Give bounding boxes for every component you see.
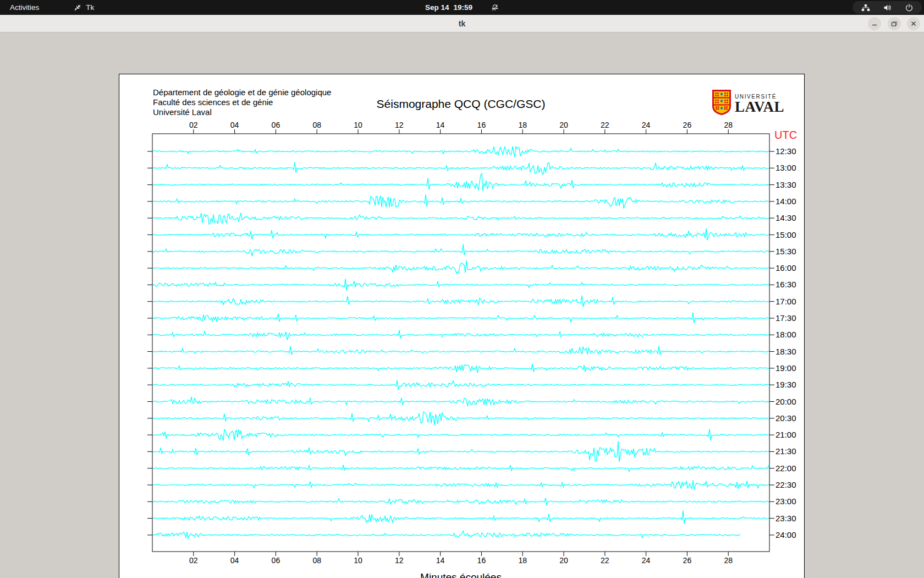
seismogram-trace (153, 279, 769, 290)
clock-date: Sep 14 (425, 3, 449, 12)
volume-icon (883, 4, 892, 12)
utc-time-label: 15:00 (776, 230, 796, 239)
close-icon[interactable] (907, 17, 920, 30)
x-axis-label: Minutes écoulées (152, 571, 769, 578)
seismogram-trace (153, 510, 769, 524)
seismogram-trace (153, 441, 769, 462)
seismogram-trace (153, 146, 769, 157)
utc-heading: UTC (774, 129, 797, 141)
x-tick-label-bottom: 28 (724, 556, 733, 565)
x-tick-label-bottom: 14 (436, 556, 445, 565)
x-tick-label-bottom: 08 (312, 556, 321, 565)
x-tick-label-top: 26 (683, 121, 692, 129)
x-tick-label-bottom: 06 (272, 556, 280, 565)
x-tick-label-bottom: 04 (230, 556, 239, 565)
seismogram-trace (153, 162, 769, 175)
window-titlebar: tk (0, 15, 924, 32)
utc-time-label: 15:30 (776, 247, 796, 256)
seismogram-trace (153, 380, 769, 390)
seismogram-trace (153, 346, 769, 355)
utc-time-label: 21:00 (776, 430, 796, 439)
x-tick-label-top: 18 (518, 121, 527, 129)
window-body: Département de géologie et de génie géol… (0, 32, 924, 578)
utc-time-label: 19:00 (776, 363, 796, 373)
gnome-top-bar: Activities Tk Sep 14 19:59 (0, 0, 924, 15)
seismogram-trace (153, 412, 769, 425)
utc-time-label: 14:00 (776, 197, 796, 206)
utc-time-label: 20:30 (776, 413, 796, 423)
system-status-area[interactable] (853, 1, 922, 14)
seismogram-trace (153, 228, 769, 241)
clock-button[interactable]: Sep 14 19:59 (0, 0, 924, 15)
seismogram-plot: 0202040406060808101012121414161618182020… (119, 74, 804, 578)
utc-time-label: 22:30 (776, 480, 796, 489)
seismogram-trace (153, 397, 769, 406)
utc-time-label: 16:00 (776, 263, 796, 272)
utc-time-label: 22:00 (776, 464, 796, 473)
seismogram-trace (153, 480, 769, 489)
x-tick-label-bottom: 26 (683, 556, 692, 565)
x-tick-label-bottom: 02 (189, 556, 198, 565)
x-tick-label-bottom: 20 (559, 556, 568, 565)
seismogram-trace (153, 465, 769, 471)
seismogram-trace (153, 260, 769, 274)
x-tick-label-top: 14 (436, 121, 445, 129)
utc-time-label: 17:30 (776, 313, 796, 323)
x-tick-label-top: 12 (395, 121, 404, 129)
clock-time: 19:59 (454, 3, 473, 12)
minimize-button[interactable] (868, 17, 881, 30)
x-tick-label-bottom: 24 (642, 556, 651, 565)
utc-time-label: 18:00 (776, 330, 796, 339)
x-tick-label-top: 22 (601, 121, 609, 129)
network-icon (861, 4, 870, 12)
seismogram-trace (153, 213, 769, 224)
seismogram-trace (153, 173, 769, 191)
x-tick-label-bottom: 16 (477, 556, 486, 565)
plot-frame (152, 134, 769, 552)
x-tick-label-top: 06 (272, 121, 280, 129)
x-tick-label-bottom: 18 (518, 556, 527, 565)
window-title: tk (0, 15, 924, 32)
seismogram-trace (153, 244, 769, 257)
notifications-off-icon (491, 4, 499, 12)
utc-time-label: 12:30 (776, 146, 796, 156)
utc-time-label: 14:30 (776, 213, 796, 222)
seismograph-canvas: Département de géologie et de génie géol… (119, 74, 805, 578)
seismogram-trace (153, 296, 769, 307)
x-tick-label-top: 02 (189, 121, 198, 129)
utc-time-label: 24:00 (776, 530, 796, 539)
utc-time-label: 17:00 (776, 297, 796, 306)
x-tick-label-top: 08 (312, 121, 321, 129)
x-tick-label-top: 10 (354, 121, 362, 129)
utc-time-label: 13:00 (776, 163, 796, 172)
x-tick-label-bottom: 10 (354, 556, 362, 565)
utc-time-label: 16:30 (776, 280, 796, 289)
maximize-button[interactable] (888, 17, 901, 30)
seismogram-trace (153, 531, 740, 538)
x-tick-label-top: 04 (230, 121, 239, 129)
x-tick-label-top: 24 (642, 121, 651, 129)
utc-time-label: 23:30 (776, 514, 796, 523)
x-tick-label-top: 20 (559, 121, 568, 129)
x-tick-label-bottom: 22 (601, 556, 609, 565)
utc-time-label: 23:00 (776, 497, 796, 506)
utc-time-label: 13:30 (776, 180, 796, 189)
seismogram-trace (153, 330, 769, 340)
seismogram-trace (153, 195, 769, 209)
seismogram-trace (153, 498, 769, 506)
x-tick-label-top: 28 (724, 121, 733, 129)
seismogram-trace (153, 364, 769, 373)
x-tick-label-bottom: 12 (395, 556, 404, 565)
seismogram-trace (153, 429, 769, 441)
utc-time-label: 20:00 (776, 397, 796, 406)
utc-time-label: 21:30 (776, 446, 796, 456)
utc-time-label: 19:30 (776, 380, 796, 389)
x-tick-label-top: 16 (477, 121, 486, 129)
utc-time-label: 18:30 (776, 347, 796, 356)
power-icon (905, 4, 913, 12)
seismogram-trace (153, 312, 769, 323)
